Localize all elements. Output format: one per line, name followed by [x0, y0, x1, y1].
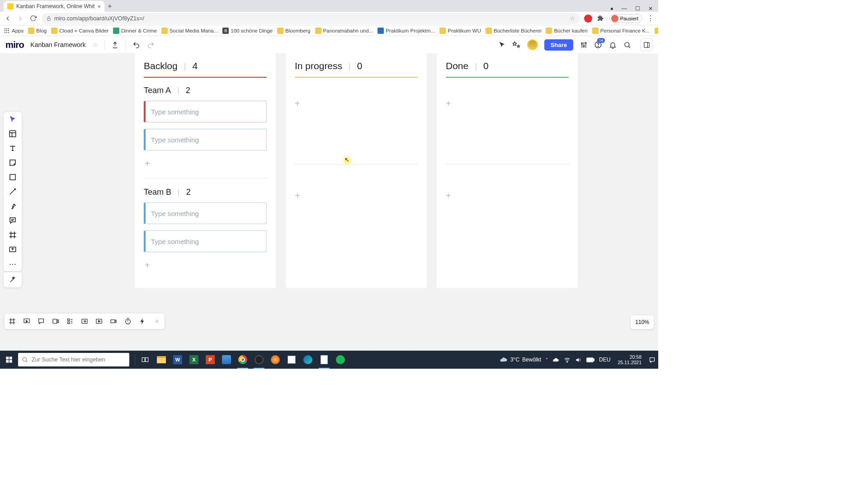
browser-tab[interactable]: Kanban Framework, Online Whit ×	[4, 1, 104, 12]
taskbar-app-spotify[interactable]	[332, 351, 349, 369]
tray-notifications-icon[interactable]	[649, 357, 656, 363]
board-name[interactable]: Kanban Framework	[30, 41, 85, 48]
add-card-button[interactable]: +	[144, 157, 267, 176]
weather-widget[interactable]: 3°C Bewölkt	[500, 356, 541, 364]
kanban-card[interactable]: Type something	[144, 101, 267, 122]
screenshot-icon[interactable]	[95, 317, 103, 325]
pen-tool-icon[interactable]	[8, 202, 17, 211]
line-tool-icon[interactable]	[8, 187, 17, 196]
card-view-icon[interactable]	[52, 317, 60, 325]
redo-icon[interactable]	[147, 41, 155, 49]
frame-tool-icon[interactable]	[8, 230, 17, 239]
bookmark-item[interactable]: Bloomberg	[277, 28, 311, 34]
url-input[interactable]: miro.com/app/board/uXjVOf8yZ1s=/ ☆	[42, 13, 580, 24]
star-board-icon[interactable]: ☆	[92, 41, 98, 48]
new-tab-button[interactable]: +	[104, 1, 115, 12]
start-button[interactable]	[0, 351, 18, 369]
upload-tool-icon[interactable]	[8, 245, 17, 254]
taskbar-app-notepad[interactable]	[316, 351, 332, 369]
taskbar-app-explorer[interactable]	[153, 351, 170, 369]
cursor-icon[interactable]	[498, 41, 506, 49]
kanban-card[interactable]: Type something	[144, 202, 267, 224]
tray-battery-icon[interactable]	[586, 357, 594, 362]
undo-icon[interactable]	[132, 41, 141, 49]
bookmark-item[interactable]: Bücherliste Bücherei	[486, 28, 541, 34]
magic-tool-icon[interactable]	[9, 276, 17, 284]
bookmark-item[interactable]: Dinner & Crime	[113, 28, 157, 34]
back-icon[interactable]	[4, 14, 12, 23]
bookmark-item[interactable]: Blog	[28, 28, 47, 34]
extensions-icon[interactable]	[597, 14, 605, 23]
close-window-icon[interactable]: ✕	[648, 5, 653, 12]
add-card-button[interactable]: +	[286, 98, 427, 110]
bookmark-item[interactable]: Social Media Mana...	[161, 28, 218, 34]
settings-sliders-icon[interactable]	[580, 41, 588, 49]
text-tool-icon[interactable]	[8, 144, 17, 153]
tray-clock[interactable]: 20:58 25.11.2021	[615, 354, 644, 365]
tray-volume-icon[interactable]	[575, 357, 582, 363]
tray-cloud-icon[interactable]	[552, 357, 559, 363]
select-tool-icon[interactable]	[8, 115, 17, 124]
account-dot-icon[interactable]: ●	[610, 5, 613, 12]
sticky-note-icon[interactable]	[8, 158, 17, 167]
taskbar-app-powerpoint[interactable]: P	[202, 351, 218, 369]
miro-logo[interactable]: miro	[5, 40, 24, 50]
bookmark-item[interactable]: B100 schöne Dinge	[222, 28, 273, 34]
taskbar-app-word[interactable]: W	[170, 351, 186, 369]
user-avatar[interactable]	[527, 39, 538, 50]
taskbar-app-edge[interactable]	[300, 351, 316, 369]
bookmark-item[interactable]: Panoramabahn und...	[315, 28, 373, 34]
shape-tool-icon[interactable]	[8, 173, 17, 182]
kanban-card[interactable]: Type something	[144, 230, 267, 252]
taskbar-app-excel[interactable]: X	[186, 351, 202, 369]
bell-icon[interactable]	[609, 41, 617, 49]
task-view-icon[interactable]	[137, 351, 153, 369]
search-icon[interactable]	[623, 41, 631, 49]
kanban-column-done[interactable]: Done|0 + +	[437, 53, 578, 288]
bookmark-item[interactable]: Bücher kaufen	[546, 28, 587, 34]
kanban-column-backlog[interactable]: Backlog | 4 Team A|2 Type something Type…	[135, 53, 276, 288]
share-button[interactable]: Share	[544, 39, 573, 51]
right-panel-toggle-icon[interactable]	[640, 38, 653, 51]
collapse-toolbar-icon[interactable]: «	[153, 317, 161, 325]
bookmark-item[interactable]: Apps	[4, 28, 24, 34]
abp-extension-icon[interactable]	[584, 14, 592, 23]
bookmark-item[interactable]: Praktikum Projektm...	[377, 28, 435, 34]
taskbar-app-generic[interactable]	[267, 351, 283, 369]
presentation-icon[interactable]	[23, 317, 31, 325]
bookmark-item[interactable]: Cload + Canva Bilder	[51, 28, 108, 34]
kanban-card[interactable]: Type something	[144, 129, 267, 150]
minimize-icon[interactable]: —	[622, 5, 627, 12]
close-tab-icon[interactable]: ×	[97, 3, 101, 10]
tray-wifi-icon[interactable]	[564, 357, 571, 363]
maximize-icon[interactable]: ☐	[635, 5, 640, 12]
record-icon[interactable]	[109, 317, 118, 325]
kanban-column-inprogress[interactable]: In progress|0 + +	[286, 53, 427, 288]
miro-canvas[interactable]: ⋯ Backlog | 4 Team A|2 Type something Ty…	[0, 53, 658, 351]
frames-icon[interactable]	[8, 317, 16, 325]
help-icon[interactable]: 14	[594, 41, 602, 49]
bookmark-item[interactable]: Photoshop lernen	[655, 28, 658, 34]
forward-icon[interactable]	[16, 14, 24, 23]
share-link-icon[interactable]	[80, 317, 89, 325]
add-card-button[interactable]: +	[437, 190, 578, 202]
bookmark-item[interactable]: Personal Finance K...	[592, 28, 650, 34]
tray-language[interactable]: DEU	[599, 357, 610, 363]
add-card-button[interactable]: +	[437, 98, 578, 110]
bolt-icon[interactable]	[138, 317, 146, 325]
export-icon[interactable]	[111, 41, 119, 49]
more-tools-icon[interactable]: ⋯	[8, 259, 17, 268]
taskbar-app-obs[interactable]	[251, 351, 267, 369]
chrome-menu-icon[interactable]: ⋮	[646, 14, 655, 23]
reload-icon[interactable]	[29, 14, 37, 23]
add-card-button[interactable]: +	[144, 258, 267, 278]
profile-paused-chip[interactable]: Pausiert	[609, 14, 642, 23]
zoom-level[interactable]: 110%	[631, 315, 654, 329]
bookmark-item[interactable]: Praktikum WU	[439, 28, 481, 34]
tray-chevron-icon[interactable]: ˄	[546, 357, 548, 362]
taskbar-app-generic[interactable]	[283, 351, 300, 369]
add-card-button[interactable]: +	[286, 190, 427, 202]
reactions-icon[interactable]	[513, 41, 521, 49]
activity-icon[interactable]	[66, 317, 74, 325]
templates-icon[interactable]	[8, 129, 17, 138]
